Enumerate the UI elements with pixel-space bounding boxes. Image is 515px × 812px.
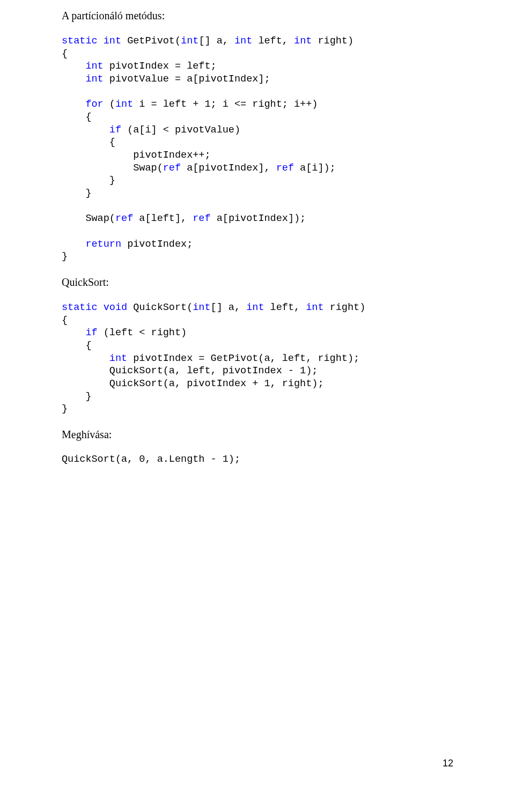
- keyword: int: [306, 302, 323, 313]
- keyword: static void: [62, 302, 127, 313]
- code-text: }: [62, 391, 92, 402]
- code-text: {: [62, 48, 68, 60]
- keyword: int: [193, 302, 210, 313]
- code-text: right): [324, 302, 366, 313]
- keyword: int: [246, 302, 264, 313]
- keyword: ref: [115, 213, 133, 224]
- keyword: ref: [193, 213, 210, 224]
- section-heading-call: Meghívása:: [62, 429, 453, 441]
- code-text: a[pivotIndex],: [181, 163, 276, 174]
- code-block-quicksort: static void QuickSort(int[] a, int left,…: [62, 301, 453, 416]
- keyword: int: [62, 61, 104, 72]
- keyword: int: [62, 73, 104, 85]
- code-text: QuickSort(a, left, pivotIndex - 1);: [62, 365, 318, 377]
- code-text: (: [104, 99, 115, 110]
- keyword: int: [234, 35, 252, 47]
- keyword: if: [62, 327, 98, 338]
- keyword: if: [62, 124, 121, 136]
- code-text: a[pivotIndex]);: [211, 213, 306, 224]
- section-heading-partition: A partícionáló metódus:: [62, 10, 453, 22]
- code-text: right): [312, 35, 354, 47]
- code-text: pivotIndex = left;: [104, 61, 217, 72]
- code-block-getpivot: static int GetPivot(int[] a, int left, i…: [62, 35, 453, 263]
- page-number: 12: [443, 758, 453, 769]
- keyword: ref: [276, 163, 294, 174]
- keyword: int: [115, 99, 133, 110]
- keyword: return: [62, 239, 121, 250]
- code-text: [] a,: [198, 35, 234, 47]
- code-text: }: [62, 175, 115, 186]
- keyword: static int: [62, 35, 121, 47]
- code-text: QuickSort(a, pivotIndex + 1, right);: [62, 378, 323, 389]
- code-text: (left < right): [98, 327, 187, 338]
- code-text: left,: [264, 302, 306, 313]
- code-text: pivotIndex;: [121, 239, 193, 250]
- code-text: }: [62, 251, 68, 262]
- section-heading-quicksort: QuickSort:: [62, 276, 453, 289]
- code-text: Swap(: [62, 213, 115, 224]
- code-text: pivotIndex++;: [62, 150, 211, 161]
- code-text: a[left],: [133, 213, 193, 224]
- code-text: }: [62, 403, 68, 415]
- code-text: (a[i] < pivotValue): [121, 124, 240, 136]
- code-text: pivotIndex = GetPivot(a, left, right);: [127, 353, 359, 364]
- code-text: QuickSort(: [127, 302, 193, 313]
- code-line-call: QuickSort(a, 0, a.Length - 1);: [62, 454, 453, 465]
- keyword: ref: [163, 163, 181, 174]
- keyword: int: [294, 35, 312, 47]
- keyword: for: [62, 99, 104, 110]
- code-text: Swap(: [62, 163, 163, 174]
- code-text: left,: [252, 35, 294, 47]
- code-text: {: [62, 340, 92, 351]
- code-text: a[i]);: [294, 163, 336, 174]
- keyword: int: [62, 353, 127, 364]
- code-text: [] a,: [211, 302, 247, 313]
- code-text: {: [62, 137, 115, 148]
- keyword: int: [181, 35, 198, 47]
- code-text: GetPivot(: [121, 35, 181, 47]
- code-text: i = left + 1; i <= right; i++): [133, 99, 318, 110]
- code-text: }: [62, 188, 92, 199]
- code-text: {: [62, 315, 68, 326]
- code-text: {: [62, 112, 92, 123]
- code-text: pivotValue = a[pivotIndex];: [104, 73, 270, 85]
